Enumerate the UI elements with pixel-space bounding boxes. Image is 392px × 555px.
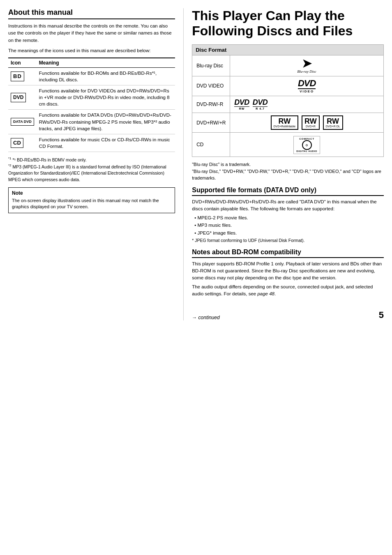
dvdplus-r-badge: RW DVD+R bbox=[302, 115, 320, 130]
intro-text-1: Instructions in this manual describe the… bbox=[8, 23, 175, 44]
cd-disc-circle bbox=[302, 140, 312, 150]
disc-label-cd: CD bbox=[192, 133, 230, 157]
dvdplus-rw-main-text: RW bbox=[279, 117, 291, 125]
disc-table-header: Disc Format bbox=[192, 44, 384, 55]
disc-label-dvd-video: DVD VIDEO bbox=[192, 76, 230, 96]
disc-label-dvdplus-rw-r: DVD+RW/+R bbox=[192, 113, 230, 133]
dvd-video-text: DVD bbox=[298, 79, 316, 88]
bluray-brand-text: Blu-ray Disc bbox=[297, 69, 316, 74]
disc-row-dvd-rw-r: DVD-RW/-R DVD RW DVD R 4.7 bbox=[192, 96, 384, 113]
cd-icon-badge: CD bbox=[11, 138, 23, 148]
bdrom-body-2: The audio output differs depending on th… bbox=[192, 283, 384, 298]
dvd-r-logo: DVD R 4.7 bbox=[253, 99, 268, 111]
footnote-1: *1 *¹ BD-REs/BD-Rs in BDMV mode only. bbox=[8, 156, 175, 163]
supported-formats-list: MPEG-2 PS movie files. MP3 music files. … bbox=[192, 214, 384, 237]
disc-row-dvdplus-rw-r: DVD+RW/+R RW DVD+ReWritable RW DVD+R bbox=[192, 113, 384, 133]
meaning-cell-datadvd: Functions available for DATA DVDs (DVD+R… bbox=[37, 110, 175, 134]
table-row: CD Functions available for music CDs or … bbox=[8, 134, 175, 152]
arrow-icon: → bbox=[192, 315, 197, 320]
trademark-text: "Blu-ray Disc" is a trademark. "Blu-ray … bbox=[192, 161, 384, 182]
disc-logo-cell-cd: COMPACT DIGITAL AUDIO bbox=[230, 133, 384, 157]
disc-logo-cell-dvdplus-rw-r: RW DVD+ReWritable RW DVD+R RW DVD+R DL bbox=[230, 113, 384, 133]
bullet-mpeg: MPEG-2 PS movie files. bbox=[194, 214, 384, 221]
disc-row-bluray: Blu-ray Disc ➤ Blu-ray Disc bbox=[192, 55, 384, 76]
note-box-title: Note bbox=[12, 190, 171, 196]
table-row: BD Functions available for BD-ROMs and B… bbox=[8, 68, 175, 85]
bd-icon-badge: BD bbox=[11, 71, 24, 81]
supported-formats-title: Supported file formats (DATA DVD only) bbox=[192, 187, 384, 196]
icon-cell-datadvd: DATA DVD bbox=[8, 110, 37, 134]
meaning-cell-cd: Functions available for music CDs or CD-… bbox=[37, 134, 175, 152]
intro-text-2: The meanings of the icons used in this m… bbox=[8, 47, 175, 54]
left-section-title: About this manual bbox=[8, 8, 175, 19]
right-column: This Player Can Play the Following Discs… bbox=[184, 8, 384, 320]
continued-text: → continued bbox=[192, 315, 219, 320]
bdrom-compat-title: Notes about BD-ROM compatibility bbox=[192, 249, 384, 258]
dvd-video-bar bbox=[298, 88, 316, 89]
cd-digital-audio-text: DIGITAL AUDIO bbox=[296, 150, 317, 152]
table-col-meaning: Meaning bbox=[37, 58, 175, 68]
dvdplus-r-main-text: RW bbox=[304, 117, 317, 125]
disc-row-cd: CD COMPACT DIGITAL AUDIO bbox=[192, 133, 384, 157]
disc-logo-cell-dvd-rw-r: DVD RW DVD R 4.7 bbox=[230, 96, 384, 113]
note-box: Note The on-screen display illustrations… bbox=[8, 187, 175, 213]
dvd-icon-badge: DVD bbox=[11, 93, 26, 102]
table-col-icon: Icon bbox=[8, 58, 37, 68]
disc-logo-cell-bluray: ➤ Blu-ray Disc bbox=[230, 55, 384, 76]
dvdplus-rw-group: RW DVD+ReWritable RW DVD+R RW DVD+R DL bbox=[271, 115, 343, 130]
bdrom-body-1: This player supports BD-ROM Profile 1 on… bbox=[192, 260, 384, 282]
disc-label-dvd-rw-r: DVD-RW/-R bbox=[192, 96, 230, 113]
page-number: 5 bbox=[379, 310, 384, 320]
dvdplus-r-sub-text: DVD+R bbox=[306, 125, 316, 128]
disc-row-dvd-video: DVD VIDEO DVD VIDEO bbox=[192, 76, 384, 96]
dvdplus-rdl-main-text: RW bbox=[327, 117, 339, 125]
disc-label-bluray: Blu-ray Disc bbox=[192, 55, 230, 76]
dvd-rw-text: DVD bbox=[234, 99, 249, 106]
bluray-arrow-icon: ➤ bbox=[302, 58, 311, 69]
dvdplus-rw-badge: RW DVD+ReWritable bbox=[271, 115, 298, 130]
icons-table: Icon Meaning BD Functions available for … bbox=[8, 58, 175, 152]
cd-logo: COMPACT DIGITAL AUDIO bbox=[293, 136, 320, 154]
footnotes: *1 *¹ BD-REs/BD-Rs in BDMV mode only. *2… bbox=[8, 156, 175, 183]
disc-logo-cell-dvd-video: DVD VIDEO bbox=[230, 76, 384, 96]
datadvd-icon-badge: DATA DVD bbox=[11, 118, 34, 126]
footnote-2: *2 MP3 (MPEG-1 Audio Layer III) is a sta… bbox=[8, 163, 175, 183]
note-box-text: The on-screen display illustrations used… bbox=[12, 198, 171, 210]
trademark-line-1: "Blu-ray Disc" is a trademark. bbox=[192, 161, 384, 168]
table-row: DVD Functions available for DVD VIDEOs a… bbox=[8, 85, 175, 110]
disc-format-table: Disc Format Blu-ray Disc ➤ Blu-ray Disc bbox=[192, 44, 384, 157]
left-column: About this manual Instructions in this m… bbox=[8, 8, 184, 320]
cd-disc-inner bbox=[306, 144, 308, 146]
dvdplus-rdl-sub-text: DVD+R DL bbox=[326, 125, 340, 128]
continued-label: continued bbox=[198, 315, 220, 320]
bluray-logo: ➤ Blu-ray Disc bbox=[297, 58, 316, 74]
dvd-video-subtext: VIDEO bbox=[300, 90, 314, 93]
trademark-line-2: "Blu-ray Disc," "DVD+RW," "DVD-RW," "DVD… bbox=[192, 168, 384, 182]
dvd-r-bar bbox=[253, 106, 268, 107]
dvd-r-text: DVD bbox=[253, 99, 268, 106]
bullet-jpeg: JPEG* image files. bbox=[194, 229, 384, 237]
page-footer: → continued 5 bbox=[192, 310, 384, 320]
supported-formats-footnote: * JPEG format conforming to UDF (Univers… bbox=[192, 237, 384, 244]
table-row: DATA DVD Functions available for DATA DV… bbox=[8, 110, 175, 134]
meaning-cell-dvd: Functions available for DVD VIDEOs and D… bbox=[37, 85, 175, 110]
bullet-mp3: MP3 music files. bbox=[194, 221, 384, 229]
meaning-cell-bd: Functions available for BD-ROMs and BD-R… bbox=[37, 68, 175, 85]
page-container: About this manual Instructions in this m… bbox=[8, 8, 384, 320]
supported-formats-body: DVD+RWs/DVD-RWs/DVD+Rs/DVD-Rs are called… bbox=[192, 198, 384, 213]
dvd-video-logo: DVD VIDEO bbox=[298, 79, 316, 93]
dvd-rw-bar bbox=[234, 106, 249, 107]
dvd-rw-logos: DVD RW DVD R 4.7 bbox=[234, 99, 379, 111]
dvd-rw-subtext: RW bbox=[239, 107, 245, 110]
right-big-title: This Player Can Play the Following Discs… bbox=[192, 8, 384, 39]
dvd-rw-logo: DVD RW bbox=[234, 99, 249, 111]
dvdplus-rw-sub-text: DVD+ReWritable bbox=[274, 125, 295, 128]
icon-cell-cd: CD bbox=[8, 134, 37, 152]
icon-cell-dvd: DVD bbox=[8, 85, 37, 110]
icon-cell-bd: BD bbox=[8, 68, 37, 85]
dvd-r-subtext: R 4.7 bbox=[256, 107, 265, 110]
dvdplus-rdl-badge: RW DVD+R DL bbox=[323, 115, 343, 130]
